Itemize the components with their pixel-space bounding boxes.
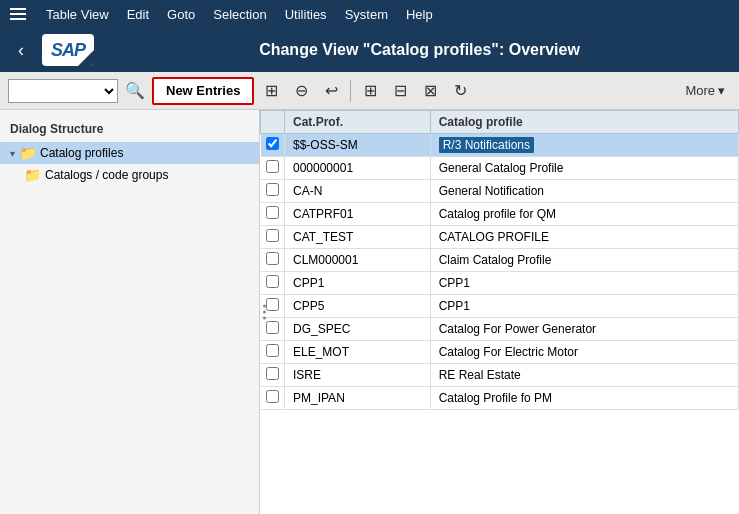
table-header-row: Cat.Prof. Catalog profile <box>261 111 739 134</box>
table-row[interactable]: 000000001General Catalog Profile <box>261 157 739 180</box>
title-bar: ‹ SAP Change View "Catalog profiles": Ov… <box>0 28 739 72</box>
catalog-profile-cell: Claim Catalog Profile <box>430 249 738 272</box>
col-cat-prof: Cat.Prof. <box>285 111 431 134</box>
catalog-profile-cell: Catalog For Electric Motor <box>430 341 738 364</box>
catalog-profiles-table: Cat.Prof. Catalog profile $$-OSS-SMR/3 N… <box>260 110 739 410</box>
row-checkbox-cell <box>261 226 285 249</box>
menu-item-goto[interactable]: Goto <box>159 5 203 24</box>
folder-icon: 📁 <box>19 145 36 161</box>
catalog-profile-cell: CPP1 <box>430 272 738 295</box>
cat-prof-cell: $$-OSS-SM <box>285 134 431 157</box>
new-entries-button[interactable]: New Entries <box>152 77 254 105</box>
cat-prof-cell: PM_IPAN <box>285 387 431 410</box>
toolbar-dropdown[interactable] <box>8 79 118 103</box>
menu-item-tableview[interactable]: Table View <box>38 5 117 24</box>
sidebar-item-catalog-profiles[interactable]: ▾ 📁 Catalog profiles <box>0 142 259 164</box>
chevron-down-icon: ▾ <box>718 83 725 98</box>
hamburger-menu[interactable] <box>6 4 30 24</box>
row-checkbox-cell <box>261 272 285 295</box>
col-catalog-profile: Catalog profile <box>430 111 738 134</box>
col-checkbox <box>261 111 285 134</box>
table-row[interactable]: CLM000001Claim Catalog Profile <box>261 249 739 272</box>
row-checkbox[interactable] <box>266 252 279 265</box>
sidebar-title: Dialog Structure <box>0 118 259 142</box>
row-checkbox[interactable] <box>266 229 279 242</box>
row-checkbox[interactable] <box>266 137 279 150</box>
table-row[interactable]: CPP5CPP1 <box>261 295 739 318</box>
catalog-profile-cell: Catalog For Power Generator <box>430 318 738 341</box>
grid2-icon-button[interactable]: ⊟ <box>387 78 413 104</box>
row-checkbox[interactable] <box>266 206 279 219</box>
folder-icon-child: 📁 <box>24 167 41 183</box>
delete-icon-button[interactable]: ⊖ <box>288 78 314 104</box>
page-title: Change View "Catalog profiles": Overview <box>110 41 729 59</box>
sidebar-item-catalogs-code-groups[interactable]: 📁 Catalogs / code groups <box>0 164 259 186</box>
sidebar-item-label-catalogs: Catalogs / code groups <box>45 168 168 182</box>
cat-prof-cell: CLM000001 <box>285 249 431 272</box>
more-button[interactable]: More ▾ <box>679 80 731 101</box>
row-checkbox-cell <box>261 364 285 387</box>
row-checkbox[interactable] <box>266 390 279 403</box>
row-checkbox-cell <box>261 387 285 410</box>
row-checkbox-cell <box>261 134 285 157</box>
table-row[interactable]: PM_IPANCatalog Profile fo PM <box>261 387 739 410</box>
sidebar-item-label-catalog-profiles: Catalog profiles <box>40 146 123 160</box>
catalog-profile-cell: CATALOG PROFILE <box>430 226 738 249</box>
menu-item-system[interactable]: System <box>337 5 396 24</box>
table-row[interactable]: DG_SPECCatalog For Power Generator <box>261 318 739 341</box>
refresh-icon-button[interactable]: ↻ <box>447 78 473 104</box>
column-resize-handle[interactable] <box>260 301 269 324</box>
cat-prof-cell: ISRE <box>285 364 431 387</box>
table-row[interactable]: CA-NGeneral Notification <box>261 180 739 203</box>
catalog-profile-cell: General Notification <box>430 180 738 203</box>
more-label: More <box>685 83 715 98</box>
sidebar: Dialog Structure ▾ 📁 Catalog profiles 📁 … <box>0 110 260 514</box>
menu-item-edit[interactable]: Edit <box>119 5 157 24</box>
menu-item-utilities[interactable]: Utilities <box>277 5 335 24</box>
catalog-profile-cell: R/3 Notifications <box>430 134 738 157</box>
table-row[interactable]: CPP1CPP1 <box>261 272 739 295</box>
row-checkbox[interactable] <box>266 344 279 357</box>
undo-icon-button[interactable]: ↩ <box>318 78 344 104</box>
catalog-profile-cell: RE Real Estate <box>430 364 738 387</box>
grid1-icon-button[interactable]: ⊞ <box>357 78 383 104</box>
catalog-profile-cell: General Catalog Profile <box>430 157 738 180</box>
row-checkbox[interactable] <box>266 160 279 173</box>
cat-prof-cell: 000000001 <box>285 157 431 180</box>
table-row[interactable]: ISRERE Real Estate <box>261 364 739 387</box>
cat-prof-cell: CAT_TEST <box>285 226 431 249</box>
catalog-profile-cell: Catalog Profile fo PM <box>430 387 738 410</box>
grid3-icon-button[interactable]: ⊠ <box>417 78 443 104</box>
row-checkbox[interactable] <box>266 183 279 196</box>
expand-arrow-icon: ▾ <box>10 148 15 159</box>
table-row[interactable]: $$-OSS-SMR/3 Notifications <box>261 134 739 157</box>
menu-item-selection[interactable]: Selection <box>205 5 274 24</box>
row-checkbox-cell <box>261 249 285 272</box>
table-row[interactable]: ELE_MOTCatalog For Electric Motor <box>261 341 739 364</box>
cat-prof-cell: CPP5 <box>285 295 431 318</box>
content-area: Dialog Structure ▾ 📁 Catalog profiles 📁 … <box>0 110 739 514</box>
search-icon-button[interactable]: 🔍 <box>122 78 148 104</box>
menu-item-help[interactable]: Help <box>398 5 441 24</box>
cat-prof-cell: CATPRF01 <box>285 203 431 226</box>
row-checkbox[interactable] <box>266 367 279 380</box>
copy-icon-button[interactable]: ⊞ <box>258 78 284 104</box>
back-button[interactable]: ‹ <box>10 36 32 65</box>
catalog-profile-cell: CPP1 <box>430 295 738 318</box>
toolbar: 🔍 New Entries ⊞ ⊖ ↩ ⊞ ⊟ ⊠ ↻ More ▾ <box>0 72 739 110</box>
row-checkbox-cell <box>261 203 285 226</box>
table-row[interactable]: CAT_TESTCATALOG PROFILE <box>261 226 739 249</box>
table-row[interactable]: CATPRF01Catalog profile for QM <box>261 203 739 226</box>
row-checkbox-cell <box>261 157 285 180</box>
row-checkbox-cell <box>261 341 285 364</box>
cat-prof-cell: ELE_MOT <box>285 341 431 364</box>
catalog-profile-cell: Catalog profile for QM <box>430 203 738 226</box>
table-area: Cat.Prof. Catalog profile $$-OSS-SMR/3 N… <box>260 110 739 514</box>
row-checkbox-cell <box>261 180 285 203</box>
toolbar-separator-1 <box>350 80 351 102</box>
cat-prof-cell: CA-N <box>285 180 431 203</box>
row-checkbox[interactable] <box>266 275 279 288</box>
menu-bar: Table View Edit Goto Selection Utilities… <box>0 0 739 28</box>
sap-logo: SAP <box>42 34 94 66</box>
cat-prof-cell: CPP1 <box>285 272 431 295</box>
